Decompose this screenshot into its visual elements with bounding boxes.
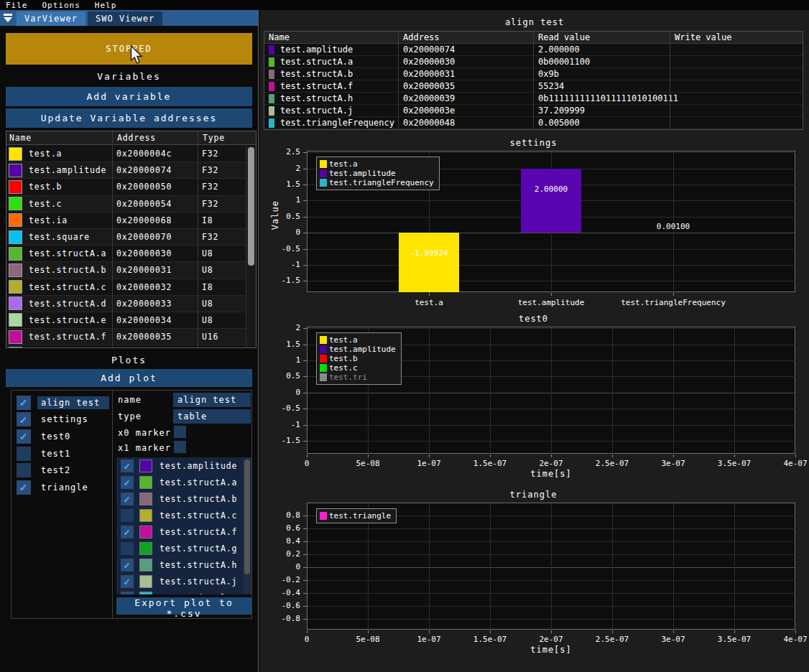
variable-enabled-checkbox[interactable] [121,509,134,522]
plot-list-item-test1[interactable]: test1 [11,445,112,462]
plot-variable-item[interactable]: test.structA.a [116,474,251,490]
variable-enabled-checkbox[interactable] [121,592,134,595]
variable-name-cell: test.structA.a [264,57,398,67]
plot-enabled-checkbox[interactable] [17,447,31,461]
legend-item[interactable]: test.triangleFrequency [320,178,434,187]
x0-marker-checkbox[interactable] [174,426,186,438]
y-tick-mark [303,169,307,169]
y-tick-mark [303,541,307,542]
legend-item[interactable]: test.amplitude [320,345,396,354]
table-row[interactable]: test.b0x20000050F32 [6,179,246,195]
menu-options[interactable]: Options [42,1,80,10]
read-value: 55234 [533,81,670,91]
plot-variable-item[interactable]: test.structA.f [116,523,251,540]
tab-swo-viewer[interactable]: SWO Viewer [88,11,162,26]
table-row[interactable]: test.amplitude0x20000074F32 [6,162,246,179]
variable-color-swatch [9,263,22,277]
menu-help[interactable]: Help [95,1,117,10]
plot-enabled-checkbox[interactable] [17,412,31,426]
table-row[interactable]: test.structA.a0x20000030U8 [6,246,246,262]
legend-swatch [320,364,327,372]
variable-address: 0x20000030 [398,57,533,67]
plot-list-item-settings[interactable]: settings [11,411,112,429]
plot-list-item-align-test[interactable]: align test [11,394,112,411]
plot-variable-item[interactable]: test.structA.b [116,490,251,507]
variable-enabled-checkbox[interactable] [121,476,134,489]
legend-item[interactable]: test.b [320,354,396,363]
scrollbar-thumb[interactable] [248,147,254,266]
table-row[interactable]: test.structA.e0x20000034U8 [6,312,246,329]
tab-list-dropdown-icon[interactable] [1,11,14,25]
variable-name: test.b [22,182,111,192]
variable-enabled-checkbox[interactable] [121,459,134,472]
variable-enabled-checkbox[interactable] [121,542,134,555]
plot-name-label: triangle [37,481,92,494]
plot-enabled-checkbox[interactable] [17,396,31,410]
legend-item[interactable]: test.c [320,363,396,373]
variable-name: test.structA.f [280,81,353,91]
y-tick-label: 0.5 [260,371,300,381]
table-row[interactable]: test.structA.c0x20000032I8 [6,279,246,296]
plot-type-select[interactable] [173,409,251,424]
table-row[interactable]: test.c0x20000054F32 [6,196,246,213]
plot-enabled-checkbox[interactable] [17,463,31,477]
legend-item[interactable]: test.a [320,159,434,169]
plot-name-input[interactable] [173,393,251,407]
table-row[interactable]: test.a0x2000004cF32 [6,146,246,162]
plot-variable-item[interactable]: test.structA.g [116,540,251,556]
legend-item[interactable]: test.triangle [320,511,391,521]
table-row[interactable]: test.square0x20000070F32 [6,229,246,246]
legend-item[interactable]: test.amplitude [320,169,434,178]
table-row[interactable]: test.structA.b0x20000031U8 [6,262,246,279]
scrollbar-thumb[interactable] [244,459,250,574]
gridline [308,593,796,594]
legend-swatch [320,169,327,177]
status-stopped-button[interactable]: STOPPED [6,33,252,65]
x-tick-mark [490,454,491,457]
plot-enabled-checkbox[interactable] [17,480,31,495]
export-csv-button[interactable]: Export plot to *.csv [116,597,251,615]
plot-variable-item[interactable]: test.structA.j [116,573,251,589]
variable-address: 0x20000032 [111,282,197,292]
plot-enabled-checkbox[interactable] [17,429,31,444]
legend-item[interactable]: test.a [320,335,396,345]
variable-enabled-checkbox[interactable] [121,526,134,538]
x-tick-label: 1e-07 [400,635,458,644]
table-row[interactable]: test.structA.d0x20000033U8 [6,296,246,312]
variable-enabled-checkbox[interactable] [121,493,134,505]
variable-color-swatch [139,493,152,505]
variable-enabled-checkbox[interactable] [121,559,134,571]
plot-list-item-test0[interactable]: test0 [11,428,112,445]
x-tick-mark [795,454,796,457]
tab-varviewer[interactable]: VarViewer [17,11,85,26]
plot-list-item-triangle[interactable]: triangle [11,479,112,496]
gridline [308,425,796,426]
plot-list-item-test2[interactable]: test2 [11,462,112,479]
variable-enabled-checkbox[interactable] [121,575,134,588]
plot-variable-item[interactable]: test.amplitude [116,457,251,474]
x-tick-mark [673,454,674,457]
x-tick-mark [429,293,430,296]
menu-file[interactable]: File [6,1,28,10]
plot-variable-item[interactable]: test.triangleFrequency [116,589,251,594]
table-row[interactable]: test.ia0x20000068I8 [6,213,246,229]
read-value: 0.005000 [533,118,670,128]
table-row[interactable]: test.structA.f0x20000035U16 [6,329,246,345]
x1-marker-checkbox[interactable] [174,441,186,453]
plot-variable-item[interactable]: test.structA.h [116,556,251,573]
gridline [308,580,796,581]
gridline [673,327,674,454]
legend-item[interactable]: test.tri [320,373,396,382]
variable-name: test.structA.b [160,494,237,504]
add-plot-button[interactable]: Add plot [6,369,252,387]
variable-name: test.structA.b [22,265,111,275]
update-variable-addresses-button[interactable]: Update Variable addresses [6,108,252,128]
plot-variable-item[interactable]: test.structA.c [116,507,251,523]
x-tick-mark [673,293,674,296]
table-row[interactable]: test.structA.g0x20000036U8 [6,345,246,347]
variable-color-swatch [139,542,152,555]
plot-variables-scrollbar[interactable] [243,457,251,594]
variables-table-scrollbar[interactable] [246,146,256,347]
add-variable-button[interactable]: Add variable [6,87,252,106]
variable-name: test.structA.c [22,282,111,292]
